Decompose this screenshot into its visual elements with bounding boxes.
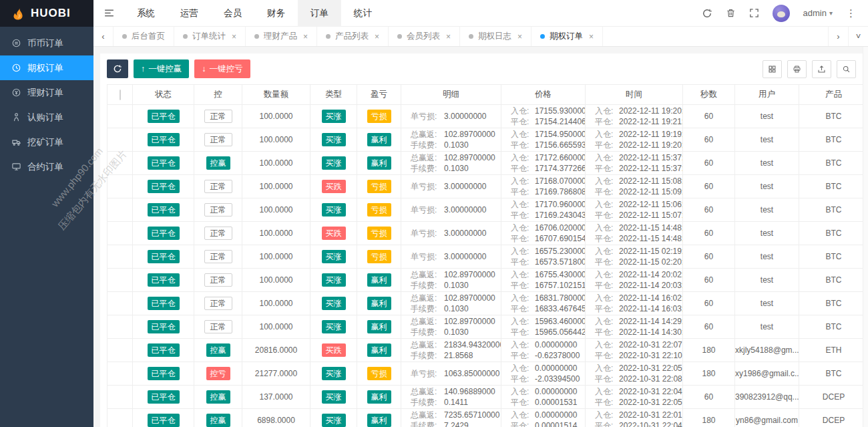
- line-label: 入仓:: [511, 410, 535, 420]
- tabs-menu-icon[interactable]: ˅: [848, 27, 868, 46]
- result-badge: 赢利: [367, 320, 391, 333]
- tabs-scroll-left-icon[interactable]: ‹: [93, 27, 114, 46]
- table-row: 已平仓正常100.0000买跌亏损单亏损:3.00000000入仓:16706.…: [107, 222, 868, 245]
- tab-label: 期权订单: [550, 31, 583, 42]
- label-value-line: 平仓:-0.62378000: [511, 350, 585, 361]
- tabs-scroll-right-icon[interactable]: ›: [828, 27, 848, 46]
- topnav-item[interactable]: 财务: [254, 0, 298, 27]
- topnav-item[interactable]: 订单: [298, 0, 341, 27]
- sidebar-item-label: 挖矿订单: [27, 136, 63, 148]
- tab-期权订单[interactable]: 期权订单×: [531, 27, 603, 46]
- close-icon[interactable]: ×: [446, 32, 451, 41]
- tab-会员列表[interactable]: 会员列表×: [389, 27, 460, 46]
- user-cell: test: [735, 105, 799, 128]
- line-label: 平仓:: [595, 210, 619, 221]
- product-cell: BTC: [799, 269, 868, 292]
- label-value-line: 手续费:7.2429: [411, 420, 501, 427]
- control-badge[interactable]: 正常: [204, 250, 232, 263]
- tabs: 后台首页订单统计×理财产品×产品列表×会员列表×期权日志×期权订单×: [114, 27, 828, 46]
- sidebar-item-合约订单[interactable]: 合约订单: [0, 154, 93, 179]
- tab-订单统计[interactable]: 订单统计×: [174, 27, 246, 46]
- control-badge[interactable]: 控亏: [206, 367, 230, 380]
- mining-cart-icon: [11, 137, 21, 147]
- line-label: 入仓:: [511, 339, 535, 350]
- sidebar-item-理财订单[interactable]: 理财订单: [0, 80, 93, 105]
- search-icon[interactable]: [837, 60, 856, 78]
- filter-columns-icon[interactable]: [763, 60, 782, 78]
- sidebar-item-认购订单[interactable]: 认购订单: [0, 105, 93, 130]
- arrow-up-icon: ↑: [141, 64, 145, 74]
- status-badge: 已平仓: [148, 414, 180, 427]
- export-icon[interactable]: [812, 60, 831, 78]
- print-icon[interactable]: [787, 60, 807, 78]
- price-cell: 入仓:15963.46000000平仓:15965.05644200: [501, 315, 586, 339]
- control-badge[interactable]: 正常: [204, 133, 232, 146]
- control-badge[interactable]: 控赢: [206, 156, 230, 170]
- control-badge[interactable]: 正常: [204, 203, 232, 217]
- sidebar-item-期权订单[interactable]: 期权订单: [0, 55, 93, 80]
- tab-期权日志[interactable]: 期权日志×: [460, 27, 531, 46]
- line-value: 2022-10-31 22:10:12: [619, 350, 683, 361]
- contract-monitor-icon: [11, 162, 21, 172]
- control-badge[interactable]: 正常: [204, 180, 232, 193]
- more-options-icon[interactable]: ⋮: [846, 7, 856, 19]
- tab-label: 产品列表: [335, 31, 369, 42]
- control-badge[interactable]: 控赢: [206, 390, 230, 404]
- topnav-item[interactable]: 运营: [168, 0, 211, 27]
- force-win-button[interactable]: ↑ 一键控赢: [134, 59, 189, 78]
- line-label: 入仓:: [595, 106, 619, 116]
- detail-cell: 单亏损:1063.85000000: [401, 362, 501, 386]
- control-badge[interactable]: 正常: [204, 273, 232, 287]
- control-badge[interactable]: 控赢: [206, 343, 230, 357]
- label-value-line: 入仓:0.00000000: [511, 363, 585, 374]
- table-row: 已平仓正常100.0000买涨亏损单亏损:3.00000000入仓:17155.…: [107, 105, 868, 128]
- close-icon[interactable]: ×: [303, 32, 308, 41]
- close-icon[interactable]: ×: [232, 32, 236, 41]
- type-cell: 买涨: [310, 105, 357, 128]
- brand-logo[interactable]: HUOBI: [0, 0, 93, 27]
- tab-理财产品[interactable]: 理财产品×: [246, 27, 317, 46]
- price-cell: 入仓:17172.66000000平仓:17174.37726600: [501, 152, 586, 175]
- collapse-menu-icon[interactable]: [93, 0, 124, 27]
- control-badge[interactable]: 正常: [204, 297, 232, 310]
- fullscreen-icon[interactable]: [749, 8, 759, 18]
- topnav-item[interactable]: 会员: [211, 0, 254, 27]
- label-value-line: 平仓:16573.57180000: [511, 257, 585, 267]
- sidebar-item-挖矿订单[interactable]: 挖矿订单: [0, 130, 93, 154]
- amount-cell: 20816.0000: [242, 339, 310, 362]
- content: ↑ 一键控赢 ↓ 一键控亏: [93, 47, 868, 427]
- tab-dot-icon: [183, 34, 188, 39]
- label-value-line: 总赢返:102.89700000: [411, 269, 501, 280]
- close-icon[interactable]: ×: [517, 32, 522, 41]
- select-all-checkbox[interactable]: [120, 90, 121, 100]
- line-label: 平仓:: [511, 140, 535, 150]
- avatar[interactable]: [773, 5, 790, 22]
- user-menu[interactable]: admin ▾: [803, 8, 833, 18]
- product-cell: BTC: [799, 128, 868, 152]
- sidebar-item-币币订单[interactable]: 币币订单: [0, 31, 93, 55]
- table-row: 已平仓正常100.0000买涨赢利总赢返:102.89700000手续费:0.1…: [107, 128, 868, 152]
- control-badge[interactable]: 控赢: [206, 414, 230, 427]
- type-badge: 买跌: [322, 180, 346, 193]
- refresh-table-button[interactable]: [107, 59, 128, 78]
- line-value: 2022-11-14 14:30:32: [619, 327, 683, 337]
- line-label: 手续费:: [411, 280, 444, 291]
- control-cell: 正常: [194, 198, 242, 222]
- control-badge[interactable]: 正常: [204, 320, 232, 333]
- force-lose-button[interactable]: ↓ 一键控亏: [194, 59, 250, 78]
- tab-产品列表[interactable]: 产品列表×: [317, 27, 389, 46]
- line-label: 入仓:: [595, 199, 619, 210]
- close-icon[interactable]: ×: [375, 32, 379, 41]
- line-label: 平仓:: [511, 257, 535, 267]
- tab-后台首页[interactable]: 后台首页: [114, 27, 174, 46]
- refresh-icon[interactable]: [702, 8, 712, 19]
- line-label: 单亏损:: [411, 228, 444, 239]
- type-cell: 买涨: [310, 245, 357, 269]
- topnav-item[interactable]: 统计: [341, 0, 385, 27]
- scrollbar[interactable]: [863, 47, 868, 427]
- control-badge[interactable]: 正常: [204, 227, 232, 240]
- topnav-item[interactable]: 系统: [124, 0, 168, 27]
- close-icon[interactable]: ×: [589, 32, 594, 41]
- control-badge[interactable]: 正常: [204, 110, 232, 123]
- trash-icon[interactable]: [726, 8, 736, 18]
